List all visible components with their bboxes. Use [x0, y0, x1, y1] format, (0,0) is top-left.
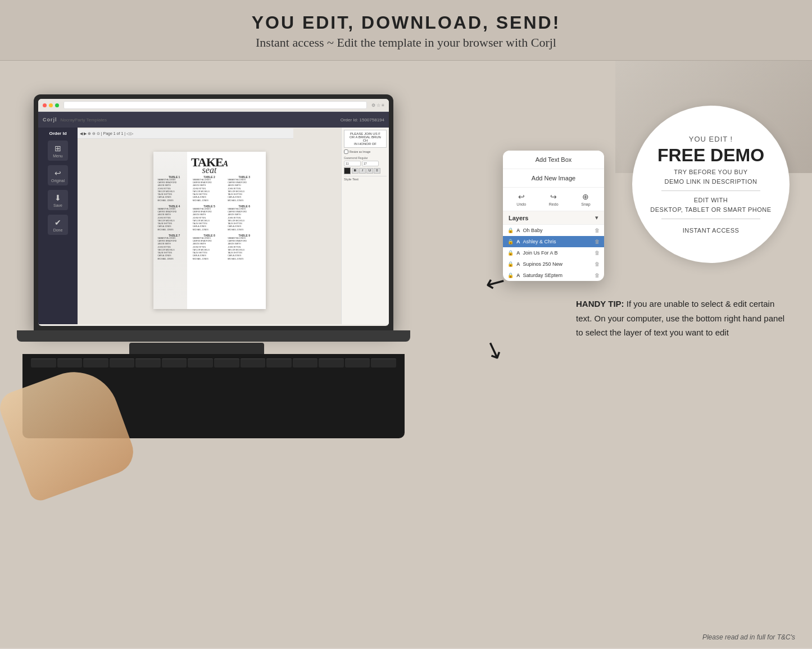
circle-divider-1 — [661, 190, 760, 191]
editor-sidebar: Order Id ⊞ Menu ↩ Original ⬇ Save — [38, 128, 78, 324]
key — [57, 358, 83, 367]
table-3-names: SAMANTHA JONESCARRIE BRADFORDJASON SMITH… — [228, 179, 261, 202]
delete-oh-baby-icon[interactable]: 🗑 — [595, 228, 600, 233]
edit-with-text: EDIT WITH DESKTOP, TABLET OR SMART PHONE — [650, 196, 771, 214]
edit-with-label: EDIT WITH — [694, 197, 728, 203]
instant-access-text: INSTANT ACCESS — [683, 227, 740, 234]
snap-icon: ⊕ — [582, 192, 589, 201]
main-headline: YOU EDIT, DOWNLOAD, SEND! — [0, 12, 812, 33]
lock-icon-ashley-chris: 🔒 — [507, 239, 514, 244]
top-banner: YOU EDIT, DOWNLOAD, SEND! Instant access… — [0, 0, 812, 61]
laptop-frame: ⚙ ☆ ≡ Corjl NocrayParty Templates Order … — [34, 94, 393, 330]
undo-tool[interactable]: ↩ Undo — [516, 192, 526, 206]
table-col-2: TABLE 2 SAMANTHA JONESCARRIE BRADFORDJAS… — [193, 175, 226, 261]
table-col-3: TABLE 3 SAMANTHA JONESCARRIE BRADFORDJAS… — [228, 175, 261, 261]
handy-tip-text: HANDY TIP: If you are unable to select &… — [576, 297, 790, 340]
fullscreen-btn-dot — [55, 103, 59, 107]
format-buttons: B I U ≡ — [352, 168, 380, 174]
layers-expand-icon: ▾ — [595, 214, 598, 221]
undo-label: Undo — [516, 202, 526, 206]
font-family-label: Garamond Regular — [344, 156, 387, 160]
delete-join-us-icon[interactable]: 🗑 — [595, 250, 600, 256]
browser-address-bar[interactable] — [63, 101, 367, 109]
mobile-panel: Add Text Box Add New Image ↩ Undo ↪ Redo… — [503, 151, 604, 281]
bold-btn[interactable]: B — [352, 168, 359, 174]
table-2-names: SAMANTHA JONESCARRIE BRADFORDJASON SMITH… — [193, 179, 226, 202]
keyboard-rows — [22, 354, 405, 372]
layer-item-oh-baby[interactable]: 🔒 A Oh Baby 🗑 — [503, 225, 604, 236]
resize-checkbox[interactable] — [344, 149, 348, 154]
add-text-box-btn[interactable]: Add Text Box — [503, 151, 604, 169]
layer-item-join-us[interactable]: 🔒 A Join Us For A B 🗑 — [503, 247, 604, 258]
layer-item-supinos[interactable]: 🔒 A Supinos 250 New 🗑 — [503, 258, 604, 270]
right-panel: PLEASE JOIN US FOR A BRIDAL BRUNCHIN HON… — [341, 128, 389, 324]
table-4-names: SAMANTHA JONESCARRIE BRADFORDJASON SMITH… — [158, 208, 191, 232]
ashley-chris-label: Ashley & Chris — [523, 239, 592, 244]
arrow-curved-right: ↙ — [480, 333, 509, 366]
devices-label: DESKTOP, TABLET OR SMART PHONE — [650, 206, 771, 213]
seating-chart-preview: TAKEA seat TABLE 1 SAMANTHA JONESCARRIE … — [153, 152, 266, 309]
try-before-line: TRY BEFORE YOU BUY — [674, 169, 747, 175]
done-symbol: ✔ — [55, 218, 61, 227]
delete-ashley-chris-icon[interactable]: 🗑 — [595, 239, 600, 244]
brand-label: NocrayParty Templates — [61, 117, 107, 122]
italic-btn[interactable]: I — [359, 168, 366, 174]
line-height-input[interactable]: 17 — [362, 161, 379, 166]
chart-title-area: TAKEA seat — [158, 156, 261, 174]
right-panel-image-section: PLEASE JOIN US FOR A BRIDAL BRUNCHIN HON… — [344, 130, 387, 154]
done-label: Done — [53, 228, 63, 232]
table-5-names: SAMANTHA JONESCARRIE BRADFORDJASON SMITH… — [193, 208, 226, 232]
menu-label: Menu — [53, 154, 63, 158]
color-swatch[interactable] — [344, 167, 351, 174]
style-text-label: Style Text — [344, 176, 387, 181]
undo-icon: ↩ — [518, 192, 525, 201]
key — [110, 358, 135, 367]
sidebar-order-label: Order Id — [49, 131, 66, 136]
lock-icon-join-us: 🔒 — [507, 250, 514, 256]
chart-title-seat: seat — [158, 166, 261, 174]
sidebar-menu-icon[interactable]: ⊞ Menu — [48, 140, 68, 161]
demo-link-line: DEMO LINK IN DESCRIPTION — [665, 178, 757, 185]
key — [241, 358, 266, 367]
original-symbol: ↩ — [55, 169, 61, 178]
editor-topbar: Corjl NocrayParty Templates Order Id: 15… — [38, 112, 389, 128]
color-controls: B I U ≡ — [344, 167, 387, 174]
layer-item-ashley-chris[interactable]: 🔒 A Ashley & Chris 🗑 — [503, 236, 604, 247]
align-center-btn[interactable]: ≡ — [374, 168, 380, 174]
sidebar-original-icon[interactable]: ↩ Original — [48, 165, 68, 185]
table-1-names: SAMANTHA JONESCARRIE BRADFORDJASON SMITH… — [158, 179, 191, 202]
delete-supinos-icon[interactable]: 🗑 — [595, 261, 600, 267]
text-icon-saturday: A — [516, 273, 520, 278]
layers-section-header[interactable]: Layers ▾ — [503, 211, 604, 225]
save-label: Save — [53, 203, 62, 207]
font-size-input[interactable]: 11 — [344, 161, 361, 166]
underline-btn[interactable]: U — [366, 168, 373, 174]
corjl-editor: Corjl NocrayParty Templates Order Id: 15… — [38, 112, 389, 324]
table-7-names: SAMANTHA JONESCARRIE BRADFORDJASON SMITH… — [158, 237, 191, 261]
menu-symbol: ⊞ — [55, 144, 61, 153]
browser-chrome: ⚙ ☆ ≡ — [38, 99, 389, 112]
bottom-credit: Please read ad in full for T&C's — [702, 633, 795, 641]
sidebar-save-icon[interactable]: ⬇ Save — [48, 190, 68, 210]
undo-redo-toolbar: ↩ Undo ↪ Redo ⊕ Snap — [503, 188, 604, 211]
redo-tool[interactable]: ↪ Redo — [549, 192, 559, 206]
table-col-1: TABLE 1 SAMANTHA JONESCARRIE BRADFORDJAS… — [158, 175, 191, 261]
sub-headline: Instant access ~ Edit the template in yo… — [0, 35, 812, 50]
key — [319, 358, 344, 367]
text-icon-supinos: A — [516, 261, 520, 267]
editor-main: Order Id ⊞ Menu ↩ Original ⬇ Save — [38, 128, 389, 324]
key — [31, 358, 56, 367]
font-size-controls: 11 17 — [344, 161, 387, 166]
snap-tool[interactable]: ⊕ Snap — [581, 192, 590, 206]
layer-item-saturday[interactable]: 🔒 A Saturday SEptem 🗑 — [503, 270, 604, 281]
delete-saturday-icon[interactable]: 🗑 — [595, 273, 600, 278]
close-btn-dot — [43, 103, 47, 107]
table-6-names: SAMANTHA JONESCARRIE BRADFORDJASON SMITH… — [228, 208, 261, 232]
font-controls: Garamond Regular 11 17 B I U — [344, 156, 387, 181]
sidebar-done-icon[interactable]: ✔ Done — [48, 215, 68, 235]
resize-controls: Resize as Image — [344, 149, 387, 154]
add-new-image-btn[interactable]: Add New Image — [503, 169, 604, 188]
key — [83, 358, 108, 367]
handy-tip-label: HANDY TIP: — [576, 299, 624, 308]
oh-baby-label: Oh Baby — [523, 228, 592, 233]
